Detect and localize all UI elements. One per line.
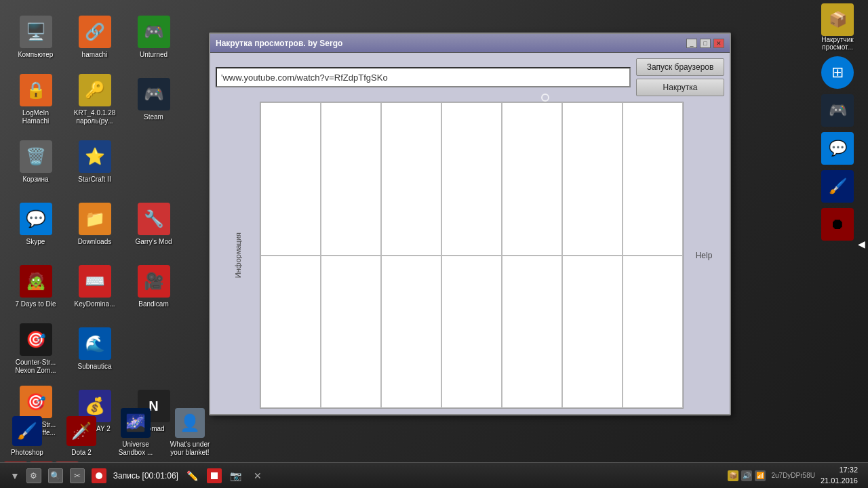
winrar-label-right: Накрутчик просмот... <box>810 36 865 51</box>
icon-basket-label: Корзина <box>22 176 48 184</box>
camera-icon[interactable]: 📷 <box>229 468 243 483</box>
icon-keydominator[interactable]: ⌨️ KeyDomina... <box>66 256 123 317</box>
clock-time: 17:32 <box>821 465 858 475</box>
icon-garrysmod-label: Garry's Mod <box>135 238 172 246</box>
photoshop-icon-img: 🖌️ <box>12 416 42 446</box>
icon-steam-label: Steam <box>144 113 163 121</box>
left-sidebar: Информация <box>216 102 260 409</box>
grid-cell-1-0 <box>260 256 321 409</box>
tray-icon-1: 📦 <box>728 470 738 481</box>
icon-counterstrike-label: Counter-Str... Nexon Zom... <box>9 359 62 375</box>
steam-icon-right[interactable]: 🎮 <box>821 94 854 127</box>
tray-notification-icons: 📦 🔊 📶 <box>728 470 766 481</box>
grid-area: Информация Help <box>216 102 724 409</box>
scroll-arrows[interactable]: ◀ <box>854 239 868 249</box>
icon-photoshop[interactable]: 🖌️ Photoshop <box>0 413 54 460</box>
icon-logmein[interactable]: 🔒 LogMeIn Hamachi <box>7 69 64 130</box>
computer-icon-img: 🖥️ <box>20 16 52 48</box>
system-tray: 📦 🔊 📶 2u7DyDPr58U 17:32 21.01.2016 <box>728 465 858 486</box>
rec-zoom-icon[interactable]: 🔍 <box>48 468 63 483</box>
icon-subnautica[interactable]: 🌊 Subnautica <box>66 319 123 380</box>
right-sidebar: Help <box>684 102 724 409</box>
icon-krt-label: KRT_4.0.1.28 пароль(ру... <box>68 109 121 125</box>
pen-tool-icon[interactable]: ✏️ <box>185 468 200 483</box>
grid-cell-1-6 <box>623 256 683 409</box>
icon-computer[interactable]: 🖥️ Компьютер <box>7 7 64 68</box>
maximize-button[interactable]: □ <box>700 39 711 48</box>
right-side-icons: 📦 Накрутчик просмот... ⊞ 🎮 💬 🖌️ ⏺ <box>810 3 865 241</box>
grid-cell-1-2 <box>381 256 441 409</box>
grid-cell-0-4 <box>502 102 562 256</box>
icon-bandicam[interactable]: 🎥 Bandicam <box>125 256 182 317</box>
url-input[interactable] <box>216 67 631 87</box>
icon-steam[interactable]: 🎮 Steam <box>125 69 182 130</box>
close-button[interactable]: ✕ <box>713 39 724 48</box>
scroll-up-arrow[interactable]: ◀ <box>858 239 865 249</box>
tray-icon-3: 📶 <box>755 470 766 481</box>
win-logo-right[interactable]: ⊞ <box>821 56 854 89</box>
icon-computer-label: Компьютер <box>18 51 54 59</box>
icon-7days-label: 7 Days to Die <box>15 300 56 308</box>
dota2-icon-img: 🗡️ <box>66 416 96 446</box>
icon-basket[interactable]: 🗑️ Корзина <box>7 131 64 192</box>
icon-krt[interactable]: 🔑 KRT_4.0.1.28 пароль(ру... <box>66 69 123 130</box>
grid-cell-1-5 <box>562 256 623 409</box>
icon-starcraft[interactable]: ⭐ StarCraft II <box>66 131 123 192</box>
hamachi-icon-img: 🔗 <box>79 16 111 48</box>
skype-icon-right[interactable]: 💬 <box>821 132 854 165</box>
sidebar-info-label: Информация <box>234 232 242 278</box>
action-buttons: Запуск браузеров Накрутка <box>636 58 724 96</box>
grid-cell-1-1 <box>321 256 381 409</box>
boost-button[interactable]: Накрутка <box>636 79 724 96</box>
bandicam-icon-img: 🎥 <box>138 265 170 298</box>
whats-icon-img: 👤 <box>175 408 205 438</box>
stop-record-button[interactable] <box>207 468 222 483</box>
universe-icon-img: 🌌 <box>121 408 151 438</box>
steam-icon-img: 🎮 <box>138 78 170 110</box>
icon-hamachi[interactable]: 🔗 hamachi <box>66 7 123 68</box>
photoshop-icon-right[interactable]: 🖌️ <box>821 170 854 203</box>
icon-downloads[interactable]: 📁 Downloads <box>66 194 123 255</box>
skype-icon-img: 💬 <box>20 203 52 235</box>
downloads-icon-img: 📁 <box>79 203 111 235</box>
empty-cell-2 <box>125 319 182 380</box>
winrar-icon-right[interactable]: 📦 Накрутчик просмот... <box>810 3 865 51</box>
bottom-desktop-icons: 🖌️ Photoshop 🗡️ Dota 2 🌌 Universe Sandbo… <box>0 405 217 460</box>
garrysmod-icon-img: 🔧 <box>138 203 170 235</box>
keydominato-icon-img: ⌨️ <box>79 265 111 298</box>
grid-cell-0-5 <box>562 102 623 256</box>
tray-icon-2: 🔊 <box>741 470 752 481</box>
7days-icon-img: 🧟 <box>20 265 52 298</box>
tray-code: 2u7DyDPr58U <box>771 472 814 479</box>
help-label[interactable]: Help <box>696 251 713 260</box>
subnautica-icon-img: 🌊 <box>79 327 111 360</box>
record-button[interactable] <box>92 468 106 483</box>
icon-garrysmod[interactable]: 🔧 Garry's Mod <box>125 194 182 255</box>
icon-7days[interactable]: 🧟 7 Days to Die <box>7 256 64 317</box>
grid-cell-0-0 <box>260 102 321 256</box>
desktop-icons-grid: 🖥️ Компьютер 🔗 hamachi 🎮 Unturned 🔒 LogM… <box>0 0 197 454</box>
icon-bandicam-label: Bandicam <box>138 300 168 308</box>
window-content: Запуск браузеров Накрутка Информация <box>210 53 730 414</box>
record-dot <box>96 472 102 479</box>
launch-browsers-button[interactable]: Запуск браузеров <box>636 58 724 76</box>
counterstrike-icon-img: 🎯 <box>20 323 52 356</box>
grid-cell-0-2 <box>381 102 441 256</box>
icon-universe[interactable]: 🌌 Universe Sandbox ... <box>108 405 163 460</box>
minimize-button[interactable]: _ <box>686 39 697 48</box>
icon-counterstrike[interactable]: 🎯 Counter-Str... Nexon Zom... <box>7 319 64 380</box>
krt-icon-img: 🔑 <box>79 74 111 106</box>
icon-skype[interactable]: 💬 Skype <box>7 194 64 255</box>
close-rec-icon[interactable]: ✕ <box>250 468 265 483</box>
rec-expand-arrow[interactable]: ▼ <box>10 470 20 481</box>
icon-logmein-label: LogMeIn Hamachi <box>9 109 62 125</box>
icon-dota2[interactable]: 🗡️ Dota 2 <box>54 413 108 460</box>
icon-unturned[interactable]: 🎮 Unturned <box>125 7 182 68</box>
grid-cell-1-4 <box>502 256 562 409</box>
logmein-icon-img: 🔒 <box>20 74 52 106</box>
recording-bar: ▼ ⚙ 🔍 ✂ Запись [00:01:06] ✏️ 📷 ✕ 📦 🔊 📶 2… <box>0 462 868 488</box>
rec-settings-icon[interactable]: ⚙ <box>26 468 41 483</box>
browser-grid <box>260 102 684 409</box>
rec-icon-right[interactable]: ⏺ <box>821 208 854 241</box>
rec-crop-icon[interactable]: ✂ <box>70 468 85 483</box>
